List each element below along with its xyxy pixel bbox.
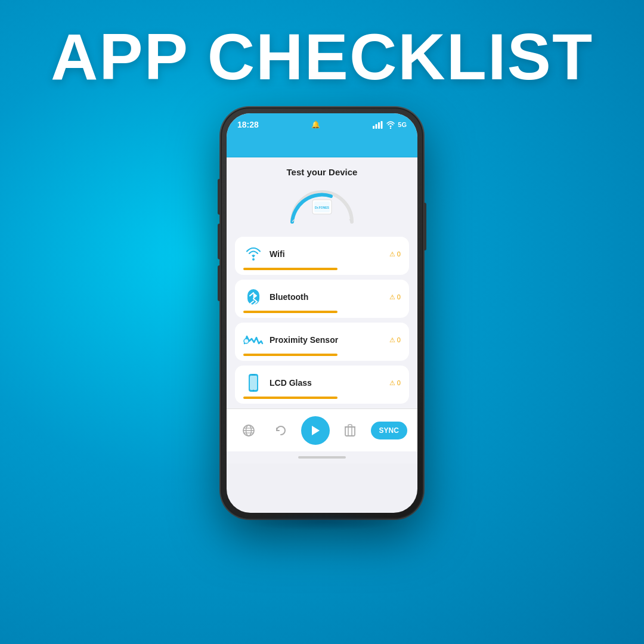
wifi-warning: ⚠ 0	[389, 250, 401, 258]
bluetooth-label: Bluetooth	[270, 292, 383, 302]
proximity-progress	[243, 354, 338, 356]
item-top-wifi: Wifi ⚠ 0	[243, 244, 401, 264]
app-header	[227, 136, 417, 157]
home-bar	[298, 456, 346, 459]
trash-button[interactable]	[338, 419, 362, 442]
wifi-label: Wifi	[270, 249, 383, 259]
status-time: 18:28	[237, 120, 259, 129]
checklist-item-lcd[interactable]: LCD Glass ⚠ 0	[235, 366, 409, 404]
item-top-bluetooth: Bluetooth ⚠ 0	[243, 287, 401, 307]
battery-5g: 5G	[398, 121, 407, 128]
svg-rect-1	[376, 124, 377, 129]
phone-screen: 18:28 🔔	[227, 113, 417, 513]
lcd-progress	[243, 397, 338, 399]
play-button[interactable]	[301, 416, 330, 445]
bluetooth-warning: ⚠ 0	[389, 293, 401, 301]
globe-button[interactable]	[237, 419, 261, 442]
item-top-lcd: LCD Glass ⚠ 0	[243, 373, 401, 393]
app-content: Test your Device Dr.FONES	[227, 157, 417, 408]
lcd-warning: ⚠ 0	[389, 379, 401, 387]
svg-marker-24	[312, 426, 320, 435]
svg-point-10	[252, 258, 255, 261]
wifi-icon	[243, 244, 264, 264]
svg-rect-0	[373, 126, 374, 129]
svg-rect-25	[345, 427, 355, 436]
svg-rect-18	[252, 374, 255, 376]
checklist-item-wifi[interactable]: Wifi ⚠ 0	[235, 237, 409, 275]
gauge-container: Dr.FONES	[286, 183, 358, 225]
checklist-section: Wifi ⚠ 0	[227, 232, 417, 408]
lcd-label: LCD Glass	[270, 378, 383, 388]
sync-button[interactable]: SYNC	[371, 422, 407, 439]
gauge-section: Test your Device Dr.FONES	[227, 157, 417, 232]
svg-point-17	[253, 390, 255, 392]
status-icons: 5G	[373, 121, 407, 129]
bluetooth-icon	[243, 287, 264, 307]
page-title: APP CHECKLIST	[51, 24, 593, 89]
svg-point-4	[390, 127, 391, 128]
phone-mockup: 18:28 🔔	[221, 107, 423, 519]
phone-shell: 18:28 🔔	[221, 107, 423, 519]
gauge-title: Test your Device	[287, 167, 358, 177]
item-top-proximity: Proximity Sensor ⚠ 0	[243, 330, 401, 350]
proximity-label: Proximity Sensor	[270, 335, 383, 345]
bell-icon: 🔔	[311, 120, 320, 129]
lcd-icon	[243, 373, 264, 393]
proximity-icon	[243, 330, 264, 350]
status-bar: 18:28 🔔	[227, 113, 417, 136]
checklist-item-bluetooth[interactable]: Bluetooth ⚠ 0	[235, 280, 409, 318]
refresh-button[interactable]	[269, 419, 293, 442]
svg-rect-2	[378, 122, 380, 129]
checklist-item-proximity[interactable]: Proximity Sensor ⚠ 0	[235, 323, 409, 361]
signal-icon	[373, 121, 383, 129]
svg-point-14	[244, 339, 249, 343]
bottom-nav: SYNC	[227, 408, 417, 451]
proximity-warning: ⚠ 0	[389, 336, 401, 344]
home-indicator	[227, 451, 417, 463]
bluetooth-progress	[243, 311, 338, 313]
svg-rect-16	[250, 376, 257, 390]
wifi-progress	[243, 268, 338, 270]
svg-text:Dr.FONES: Dr.FONES	[315, 206, 330, 209]
gauge-svg: Dr.FONES	[286, 183, 358, 225]
wifi-status-icon	[386, 121, 395, 129]
svg-rect-3	[381, 121, 383, 129]
phone-shadow	[244, 513, 400, 531]
